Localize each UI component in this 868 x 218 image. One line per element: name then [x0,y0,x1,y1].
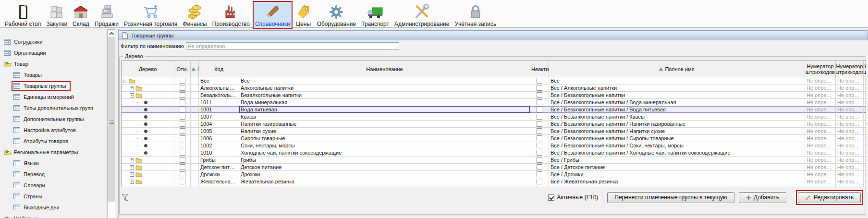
numerator3-cell[interactable]: Не определено [864,121,866,127]
code-cell[interactable]: Жиры пищевые [199,185,239,187]
expand-plus-icon[interactable]: + [130,172,134,177]
table-row[interactable]: 1001 Вода питьевая Все / Безалкогольные … [122,106,866,113]
checkbox-unchecked-icon[interactable] [537,179,542,184]
numerator1-cell[interactable]: Не определено [805,106,836,113]
name-cell[interactable]: Грибы [239,157,530,163]
toolbar-item-administrirovanie[interactable]: Администрирование [392,1,452,29]
fullname-cell[interactable]: Все / Безалкогольные напитки / Вода мине… [549,99,805,106]
add-button[interactable]: Добавить [739,192,786,203]
inactive-cell[interactable] [530,178,549,185]
expand-plus-icon[interactable]: + [130,187,134,188]
tree-cell[interactable]: + [122,185,174,187]
code-cell[interactable]: 1011 [199,99,239,106]
numerator1-cell[interactable]: Не определено [805,157,836,163]
transfer-groups-button[interactable]: Перенести отмеченные группы в текущую [607,192,734,203]
name-cell[interactable]: Все [239,77,530,84]
toolbar-item-zakupki[interactable]: Закупки [44,1,70,29]
sidebar-item[interactable]: Настройка атрибутов [0,124,107,135]
numerator2-cell[interactable]: Не определено [836,157,864,163]
inactive-cell[interactable] [530,92,549,98]
numerator3-cell[interactable]: Не определено [864,185,866,187]
fullname-cell[interactable]: Все / Жевательная резинка [549,178,805,185]
table-row[interactable]: − Все Все Все Не определено Не определен… [122,77,866,85]
inactive-cell[interactable] [530,149,549,156]
mark-cell[interactable] [174,164,191,170]
tree-cell[interactable] [122,106,174,113]
mark-cell[interactable] [174,99,191,106]
checkbox-unchecked-icon[interactable] [180,150,185,156]
checkbox-unchecked-icon[interactable] [180,121,185,127]
mark-cell[interactable] [174,149,191,156]
inactive-cell[interactable] [530,99,549,106]
numerator3-cell[interactable]: Не определено [864,178,866,185]
table-row[interactable]: + Алкогольные напитки Алкогольные напитк… [122,85,866,92]
checkbox-unchecked-icon[interactable] [537,135,542,141]
mark-cell[interactable] [174,178,191,185]
column-header-code[interactable]: Код [199,61,239,77]
inactive-cell[interactable] [530,77,549,84]
checkbox-unchecked-icon[interactable] [537,78,542,84]
tree-cell[interactable]: − [122,92,174,98]
edit-button[interactable]: Редактировать [798,192,861,203]
name-cell[interactable]: Безалкогольные напитки [239,92,530,98]
column-header-name[interactable]: Наименование [239,61,530,77]
tree-cell[interactable] [122,149,174,156]
toolbar-item-spravochniki[interactable]: Справочники [253,1,293,29]
toolbar-item-proizvodstvo[interactable]: Производство [210,1,252,29]
checkbox-unchecked-icon[interactable] [180,135,185,141]
inactive-cell[interactable] [530,171,549,178]
expand-plus-icon[interactable]: + [130,165,134,170]
tree-cell[interactable] [122,135,174,142]
checkbox-unchecked-icon[interactable] [180,85,185,91]
checkbox-unchecked-icon[interactable] [180,186,185,187]
mark-cell[interactable] [174,77,191,84]
mark-cell[interactable] [174,121,191,127]
mark-cell[interactable] [174,135,191,142]
numerator3-cell[interactable]: Не определено [864,85,866,91]
toolbar-item-uchetnaya-zapis[interactable]: Учётная запись [452,1,499,29]
fullname-cell[interactable]: Все / Безалкогольные напитки [549,92,805,98]
table-row[interactable]: + Грибы Грибы Все / Грибы Не определено … [122,157,866,164]
fullname-cell[interactable]: Все / Безалкогольные напитки / Холодные … [549,149,805,156]
numerator1-cell[interactable]: Не определено [805,178,836,185]
checkbox-unchecked-icon[interactable] [537,85,542,91]
table-row[interactable]: 1007 Квасы Все / Безалкогольные напитки … [122,113,866,121]
numerator2-cell[interactable]: Не определено [836,171,864,178]
checkbox-unchecked-icon[interactable] [537,121,542,127]
inactive-cell[interactable] [530,157,549,163]
numerator2-cell[interactable]: Не определено [836,135,864,142]
numerator1-cell[interactable]: Не определено [805,185,836,187]
name-cell[interactable]: Вода минеральная [239,99,530,106]
checkbox-unchecked-icon[interactable] [180,171,185,177]
mark-cell[interactable] [174,85,191,91]
name-cell[interactable]: Напитки сухие [239,128,530,134]
fullname-cell[interactable]: Все / Безалкогольные напитки / Сиропы то… [549,135,805,142]
sidebar-item[interactable]: Сотрудники [0,36,107,47]
code-cell[interactable]: 1001 [199,106,239,113]
numerator2-cell[interactable]: Не определено [836,149,864,156]
name-cell[interactable]: Жиры пищевые [239,185,530,187]
checkbox-unchecked-icon[interactable] [537,92,542,98]
fullname-cell[interactable]: Все / Грибы [549,157,805,163]
numerator1-cell[interactable]: Не определено [805,77,836,84]
checkbox-unchecked-icon[interactable] [180,99,185,105]
sidebar-item[interactable]: Страны [0,191,107,202]
active-filter-checkbox[interactable]: Активные (F10) [548,194,598,201]
table-row[interactable]: 1002 Соки, нектары, морсы Все / Безалког… [122,142,866,149]
toolbar-item-tseny[interactable]: Цены [293,1,314,29]
mark-cell[interactable] [174,92,191,98]
code-cell[interactable]: 1006 [199,135,239,142]
name-cell[interactable]: Соки, нектары, морсы [239,142,530,149]
fullname-cell[interactable]: Все [549,77,805,84]
column-header-numerator3[interactable]: Нумератор штрихкодов [864,61,866,77]
mark-cell[interactable] [174,157,191,163]
column-header-numerator1[interactable]: Нумератор штрихкодов [805,61,836,77]
fullname-cell[interactable]: Все / Безалкогольные напитки / Вода пить… [549,106,805,113]
tree-cell[interactable]: + [122,171,174,178]
numerator1-cell[interactable]: Не определено [805,121,836,127]
checkbox-unchecked-icon[interactable] [537,186,542,187]
column-header-inactive[interactable]: Неактив [530,61,549,77]
collapse-minus-icon[interactable]: − [123,79,127,83]
scrollbar-grip[interactable] [110,120,114,124]
inactive-cell[interactable] [530,113,549,120]
